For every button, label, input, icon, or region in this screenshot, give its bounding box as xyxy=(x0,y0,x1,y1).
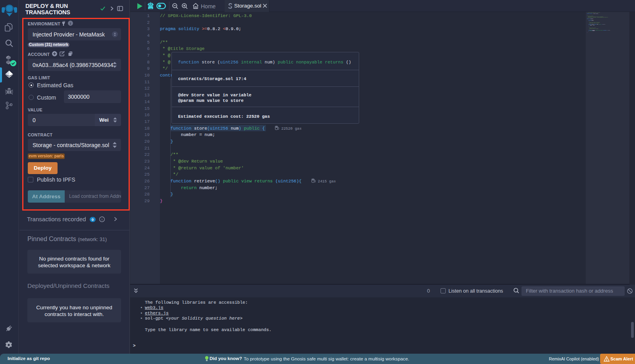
svg-text:i: i xyxy=(102,217,103,221)
